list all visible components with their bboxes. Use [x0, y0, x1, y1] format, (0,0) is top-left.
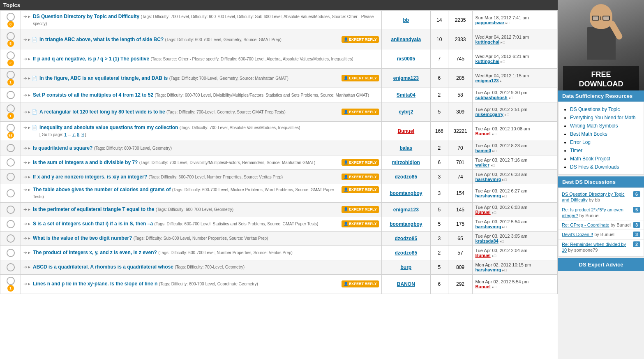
author-cell[interactable]: Smita04 — [381, 88, 430, 102]
sidebar-resource-item[interactable]: Math Book Project — [570, 155, 639, 163]
last-post-author[interactable]: subhashghosh — [475, 95, 507, 100]
author-link[interactable]: burp — [401, 264, 412, 270]
topic-tags: (Tags: Difficulty: 700-Level, Geometry) — [175, 265, 245, 269]
author-link[interactable]: enigma123 — [393, 75, 419, 81]
author-cell[interactable]: BANON — [381, 274, 430, 294]
post-icon: ▸ — [28, 281, 30, 287]
topic-title[interactable]: Lines n and p lie in the xy-plane. Is th… — [33, 281, 157, 287]
author-cell[interactable]: boomtangboy — [381, 217, 430, 231]
hot-badge: 92 — [7, 132, 14, 139]
last-post-arrow: ▸□ — [492, 211, 496, 215]
author-link[interactable]: boomtangboy — [390, 190, 422, 196]
replies-cell: 6 — [430, 69, 448, 88]
sidebar-resource-item[interactable]: Best Math Books — [570, 130, 639, 138]
author-cell[interactable]: enigma123 — [381, 202, 430, 217]
topic-title[interactable]: Is quadrilateral a square? — [33, 145, 92, 151]
last-post-author[interactable]: harshavmrg — [475, 267, 501, 272]
author-link[interactable]: eybrj2 — [399, 109, 413, 115]
last-post-author[interactable]: Bunuel — [475, 210, 490, 215]
post-icon: ▸ — [28, 145, 30, 151]
topic-title[interactable]: What is the value of the two digit numbe… — [33, 235, 132, 241]
author-link[interactable]: dzodzo85 — [395, 250, 418, 256]
views-cell: 309 — [448, 102, 473, 122]
last-post-author[interactable]: kuttingchai — [475, 59, 499, 64]
topic-title[interactable]: DS Question Directory by Topic and Diffi… — [33, 14, 139, 19]
topic-title[interactable]: Set P consists of all the multiples of 4… — [33, 92, 153, 98]
author-cell[interactable]: burp — [381, 260, 430, 274]
author-link[interactable]: enigma123 — [393, 207, 419, 213]
topic-arrows: ➔▸ — [23, 13, 31, 20]
sidebar-resource-item[interactable]: Error Log — [570, 138, 639, 146]
author-link[interactable]: balas — [400, 145, 413, 151]
topic-title[interactable]: Inequality and absolute value questions … — [39, 125, 178, 130]
topic-title[interactable]: S is a set of integers such that i) if a… — [33, 221, 153, 227]
topic-title[interactable]: The table above gives the number of calo… — [33, 187, 171, 192]
ds-expert-button[interactable]: DS Expert Advice — [558, 258, 644, 271]
topic-title[interactable]: If p and q are negative, is p / q > 1 (1… — [33, 56, 149, 62]
best-ds-item[interactable]: Re: Remainder when divided by 10 by some… — [559, 240, 644, 255]
last-post-author[interactable]: Bunuel — [475, 131, 490, 136]
author-link[interactable]: dzodzo85 — [395, 174, 418, 180]
author-link[interactable]: bb — [403, 17, 409, 23]
topic-status-icon — [7, 234, 15, 243]
last-post-author[interactable]: enigma123 — [475, 78, 499, 83]
topic-status-icon — [7, 71, 15, 79]
sidebar-resource-item[interactable]: DS Files & Downloads — [570, 163, 639, 171]
arrow-icon: ➔ — [23, 109, 27, 114]
table-row: 8 ➔▸ DS Question Directory by Topic and … — [0, 11, 558, 30]
best-ds-item[interactable]: Re: Is product 2*x*5*y an even integer? … — [559, 205, 644, 221]
last-post-author[interactable]: Bunuel — [475, 284, 490, 289]
last-post-author[interactable]: harshavmrg — [475, 224, 501, 229]
post-icon: ▸ — [28, 221, 30, 227]
arrow-icon: ➔ — [23, 236, 27, 241]
author-link[interactable]: Bunuel — [398, 128, 415, 134]
topic-title[interactable]: In triangle ABC above, what is the lengt… — [39, 37, 164, 42]
author-link[interactable]: boomtangboy — [390, 221, 422, 227]
author-cell[interactable]: dzodzo85 — [381, 170, 430, 184]
author-cell[interactable]: balas — [381, 141, 430, 155]
last-post-author[interactable]: Bunuel — [475, 253, 490, 258]
author-link[interactable]: mirzohidjon — [392, 160, 420, 165]
last-post-cell: Tue Apr 03, 2012 7:16 am walker ▸□ — [473, 155, 558, 170]
last-post-author[interactable]: kuttingchai — [475, 39, 499, 44]
topic-title[interactable]: ABCD is a quadrilateral. A rhombus is a … — [33, 264, 173, 270]
best-ds-item[interactable]: DS Question Directory by Topic and Diffi… — [559, 190, 644, 205]
author-cell[interactable]: mirzohidjon — [381, 155, 430, 170]
author-cell[interactable]: boomtangboy — [381, 184, 430, 203]
topic-arrows: ➔▸📄 — [23, 36, 38, 43]
author-link[interactable]: BANON — [397, 281, 415, 287]
author-cell[interactable]: rxs0005 — [381, 49, 430, 69]
author-cell[interactable]: dzodzo85 — [381, 246, 430, 260]
sidebar-resource-item[interactable]: Everything You Need for Math — [570, 113, 639, 122]
best-ds-item[interactable]: Re: GPrep - Coordinate by Bunuel3 — [559, 220, 644, 230]
topic-title[interactable]: The product of integers x, y, and z is e… — [33, 250, 157, 255]
last-post-author[interactable]: kraizada84 — [475, 239, 498, 243]
author-cell[interactable]: anilnandyala — [381, 30, 430, 49]
author-cell[interactable]: enigma123 — [381, 69, 430, 88]
topic-title[interactable]: Is the sum of integers a and b divisible… — [33, 160, 138, 165]
author-link[interactable]: Smita04 — [397, 92, 415, 98]
topic-title[interactable]: A rectangular lot 120 feet long by 80 fe… — [39, 109, 165, 115]
sidebar-resource-item[interactable]: DS Questions by Topic — [570, 105, 639, 113]
author-cell[interactable]: Bunuel — [381, 122, 430, 141]
author-link[interactable]: rxs0005 — [397, 56, 415, 62]
last-post-author[interactable]: walker — [475, 162, 489, 167]
author-link[interactable]: dzodzo85 — [395, 236, 418, 241]
last-post-author[interactable]: pappueshwar — [475, 20, 504, 25]
sidebar-resource-item[interactable]: Timer — [570, 146, 639, 155]
last-post-author[interactable]: mikemcgarry — [475, 112, 503, 117]
forum-table: 8 ➔▸ DS Question Directory by Topic and … — [0, 10, 558, 294]
last-post-date: Tue Apr 03, 2012 6:33 am — [475, 172, 555, 177]
topic-title[interactable]: If x and y are nonzero integers, is x/y … — [33, 174, 147, 180]
sidebar-resource-item[interactable]: Writing Math Symbols — [570, 122, 639, 130]
last-post-author[interactable]: harshavmrg — [475, 177, 501, 182]
topic-title[interactable]: Is the perimeter of equilateral triangle… — [33, 206, 154, 212]
author-cell[interactable]: eybrj2 — [381, 102, 430, 122]
last-post-author[interactable]: harshavmrg — [475, 193, 501, 198]
topic-title[interactable]: In the figure, ABC is an equilateral tri… — [39, 75, 168, 81]
author-cell[interactable]: bb — [381, 11, 430, 30]
last-post-author[interactable]: hamm0 — [475, 148, 491, 153]
author-cell[interactable]: dzodzo85 — [381, 231, 430, 246]
best-ds-item[interactable]: Devil's Dozen!!! by Bunuel3 — [559, 230, 644, 239]
author-link[interactable]: anilnandyala — [391, 37, 421, 42]
